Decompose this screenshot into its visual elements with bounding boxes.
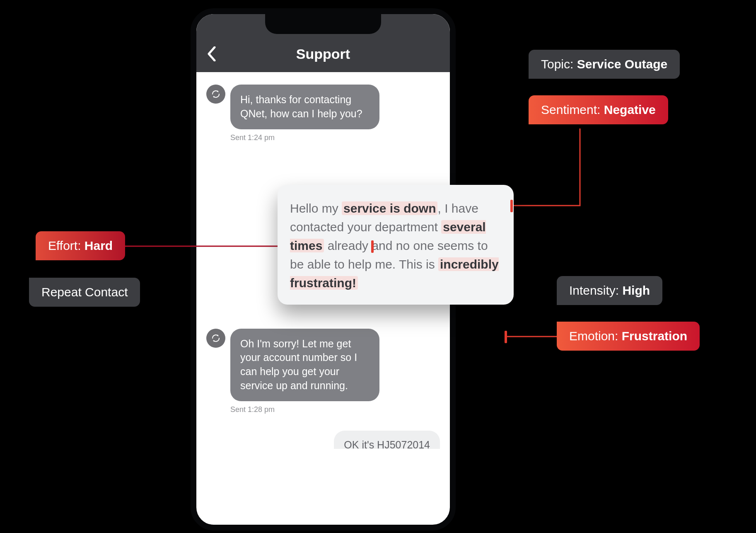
cycle-icon (211, 89, 221, 99)
tag-label: Effort: (48, 239, 85, 252)
message-timestamp: Sent 1:28 pm (230, 405, 440, 414)
tag-topic: Topic: Service Outage (529, 50, 680, 79)
user-message-card: Hello my service is down, I have contact… (278, 185, 514, 305)
cycle-icon (211, 333, 221, 343)
tag-value: Hard (85, 239, 113, 252)
message-row-agent: Oh I'm sorry! Let me get your account nu… (206, 329, 440, 401)
tag-intensity: Intensity: High (557, 276, 662, 305)
phone-notch (265, 13, 381, 34)
message-timestamp: Sent 1:24 pm (230, 133, 440, 142)
highlight-service-down: service is down (342, 201, 437, 215)
tag-label: Topic: (541, 57, 577, 71)
highlight-tick (505, 331, 507, 343)
agent-avatar (206, 329, 225, 348)
message-row-agent: Hi, thanks for contacting QNet, how can … (206, 85, 440, 129)
tag-repeat-contact: Repeat Contact (29, 278, 140, 307)
tag-emotion: Emotion: Frustration (557, 322, 700, 351)
agent-message: Oh I'm sorry! Let me get your account nu… (230, 329, 379, 401)
tag-value: High (622, 283, 650, 297)
tag-effort: Effort: Hard (36, 231, 125, 260)
tag-label: Intensity: (569, 283, 622, 297)
agent-message: Hi, thanks for contacting QNet, how can … (230, 85, 379, 129)
back-button[interactable] (207, 46, 216, 61)
chevron-left-icon (207, 46, 216, 61)
tag-label: Emotion: (569, 329, 622, 343)
tag-value: Negative (604, 103, 656, 116)
tag-label: Repeat Contact (41, 285, 128, 299)
tag-label: Sentiment: (541, 103, 604, 116)
tag-value: Frustration (622, 329, 687, 343)
highlight-tick (510, 200, 513, 212)
tag-sentiment: Sentiment: Negative (529, 95, 668, 124)
user-text: Hello my (290, 201, 342, 215)
message-row-user: OK it's HJ5072014 (206, 431, 440, 449)
highlight-tick (371, 240, 374, 253)
user-message-partial: OK it's HJ5072014 (334, 431, 440, 449)
tag-value: Service Outage (577, 57, 667, 71)
page-title: Support (296, 46, 350, 62)
agent-avatar (206, 85, 225, 104)
